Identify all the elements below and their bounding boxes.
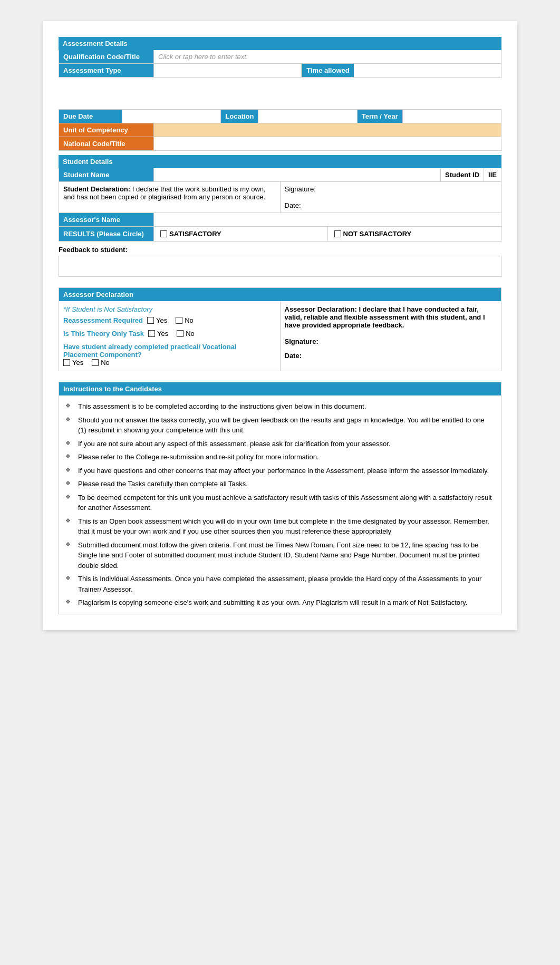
feedback-label: Feedback to student: (59, 244, 501, 256)
reassessment-no-label: No (185, 316, 194, 324)
student-id-label: Student ID (441, 168, 484, 181)
reassessment-row: Reassessment Required Yes No (63, 316, 276, 324)
student-details-section: Student Details Student Name Student ID … (59, 155, 501, 277)
instructions-section: Instructions to the Candidates This asse… (59, 382, 501, 614)
practical-row: Have student already completed practical… (63, 343, 276, 366)
theory-yes-checkbox[interactable] (148, 330, 155, 337)
due-date-value[interactable] (122, 110, 221, 123)
location-label: Location (221, 110, 258, 123)
instruction-item: This is Individual Assessments. Once you… (65, 572, 495, 596)
assessor-declaration-bold: Assessor Declaration: I declare that I h… (285, 305, 485, 329)
location-value[interactable] (258, 110, 357, 123)
instructions-header: Instructions to the Candidates (59, 382, 501, 395)
unit-competency-label: Unit of Competency (59, 123, 154, 137)
qualification-row: Qualification Code/Title Click or tap he… (59, 50, 501, 64)
assessment-type-value[interactable] (154, 64, 302, 77)
reassessment-no-checkbox[interactable] (176, 317, 182, 324)
theory-only-row: Is This Theory Only Task Yes No (63, 330, 276, 337)
instruction-item: Plagiarism is copying someone else's wor… (65, 596, 495, 610)
assessor-declaration-header: Assessor Declaration (59, 288, 501, 301)
assessment-page: Assessment Details Qualification Code/Ti… (43, 21, 517, 630)
student-details-header: Student Details (59, 155, 501, 168)
satisfactory-option: SATISFACTORY (154, 227, 328, 241)
instruction-item: This is an Open book assessment which yo… (65, 515, 495, 538)
theory-no-checkbox[interactable] (177, 330, 184, 337)
unit-competency-value[interactable] (154, 123, 501, 137)
student-name-row: Student Name Student ID IIE (59, 168, 501, 182)
student-name-label: Student Name (59, 168, 154, 181)
theory-yes-label: Yes (157, 330, 168, 337)
term-year-value[interactable] (403, 110, 501, 123)
signature-label: Signature: (285, 185, 497, 193)
instruction-item: To be deemed competent for this unit you… (65, 491, 495, 515)
assessor-date: Date: (285, 352, 497, 360)
not-satisfactory-option: NOT SATISFACTORY (328, 227, 501, 241)
satisfactory-label: SATISFACTORY (169, 230, 221, 238)
assessor-left-panel: *If Student is Not Satisfactory Reassess… (59, 301, 281, 371)
assessor-signature-label: Signature: (285, 337, 318, 345)
practical-yes-checkbox[interactable] (63, 359, 70, 366)
assessors-name-label: Assessor's Name (59, 213, 154, 226)
due-date-row: Due Date Location Term / Year (59, 109, 501, 123)
instruction-item: If you have questions and other concerns… (65, 464, 495, 478)
assessors-name-value[interactable] (154, 213, 501, 226)
due-date-label: Due Date (59, 110, 122, 123)
assessor-right-panel: Assessor Declaration: I declare that I h… (281, 301, 501, 371)
results-label: RESULTS (Please Circle) (59, 227, 154, 241)
assessment-type-label: Assessment Type (59, 64, 154, 77)
practical-no-label: No (101, 359, 110, 366)
qualification-value[interactable]: Click or tap here to enter text. (154, 50, 501, 63)
practical-yes-label: Yes (72, 359, 83, 366)
time-allowed-value[interactable] (354, 64, 501, 77)
reassessment-yes-label: Yes (156, 316, 167, 324)
assessor-declaration-text: Assessor Declaration: I declare that I h… (285, 305, 497, 329)
instructions-body: This assessment is to be completed accor… (59, 395, 501, 614)
student-id-value: IIE (484, 168, 501, 181)
instruction-item: Please refer to the College re-submissio… (65, 450, 495, 464)
declaration-label: Student Declaration: (63, 185, 130, 193)
instruction-item: This assessment is to be completed accor… (65, 400, 495, 413)
date-label: Date: (285, 201, 497, 209)
reassessment-yes-checkbox[interactable] (147, 317, 154, 324)
student-name-value[interactable] (154, 168, 441, 181)
assessors-name-row: Assessor's Name (59, 213, 501, 227)
instruction-item: Submitted document must follow the given… (65, 538, 495, 573)
national-code-value[interactable] (154, 137, 501, 150)
instruction-item: Should you not answer the tasks correctl… (65, 413, 495, 437)
reassessment-label: Reassessment Required (63, 316, 143, 324)
theory-no-label: No (186, 330, 195, 337)
instruction-item: Please read the Tasks carefully then com… (65, 477, 495, 491)
assessor-date-label: Date: (285, 352, 302, 360)
assessor-declaration-section: Assessor Declaration *If Student is Not … (59, 287, 501, 371)
satisfactory-checkbox[interactable] (160, 230, 167, 237)
time-allowed-label: Time allowed (302, 64, 353, 77)
national-code-row: National Code/Title (59, 137, 501, 151)
declaration-row: Student Declaration: I declare that the … (59, 182, 501, 213)
assessor-signature: Signature: (285, 337, 497, 345)
assessment-details-section: Assessment Details Qualification Code/Ti… (59, 37, 501, 78)
assessor-declaration-body: *If Student is Not Satisfactory Reassess… (59, 301, 501, 371)
qualification-label: Qualification Code/Title (59, 50, 154, 63)
unit-competency-row: Unit of Competency (59, 123, 501, 137)
assessor-sub-header: *If Student is Not Satisfactory (63, 305, 276, 313)
instruction-item: If you are not sure about any aspect of … (65, 437, 495, 451)
practical-label: Have student already completed practical… (63, 343, 272, 359)
assessment-type-row: Assessment Type Time allowed (59, 64, 501, 78)
term-year-label: Term / Year (358, 110, 403, 123)
qualification-placeholder: Click or tap here to enter text. (158, 53, 248, 61)
results-row: RESULTS (Please Circle) SATISFACTORY NOT… (59, 227, 501, 242)
feedback-area[interactable] (59, 256, 501, 277)
national-code-label: National Code/Title (59, 137, 154, 150)
assessment-details-header: Assessment Details (59, 37, 501, 50)
not-satisfactory-checkbox[interactable] (334, 230, 341, 237)
theory-only-label: Is This Theory Only Task (63, 330, 144, 337)
practical-no-checkbox[interactable] (92, 359, 99, 366)
instructions-list: This assessment is to be completed accor… (65, 400, 495, 610)
not-satisfactory-label: NOT SATISFACTORY (343, 230, 412, 238)
